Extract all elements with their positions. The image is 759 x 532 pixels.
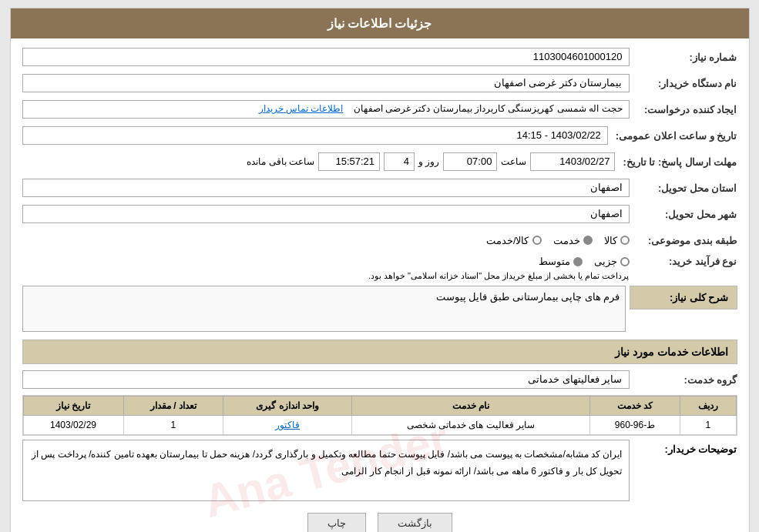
need-number-row: شماره نیاز: 1103004601000120 — [22, 46, 737, 68]
city-value: اصفهان — [22, 205, 630, 223]
table-header-row: ردیف کد خدمت نام خدمت واحد اندازه گیری ت… — [23, 396, 736, 416]
purchase-option-motavaset[interactable]: متوسط — [539, 256, 583, 267]
content-area: شماره نیاز: 1103004601000120 نام دستگاه … — [11, 38, 749, 532]
col-quantity: تعداد / مقدار — [123, 396, 223, 416]
category-row: طبقه بندی موضوعی: کالا خدمت کالا/خدمت — [22, 229, 737, 251]
buyer-name-label: نام دستگاه خریدار: — [630, 78, 737, 89]
category-kala-khedmat-label: کالا/خدمت — [486, 235, 529, 246]
cell-unit[interactable]: فاکتور — [223, 416, 351, 435]
response-remaining-label: ساعت باقی مانده — [247, 156, 314, 167]
category-khedmat-label: خدمت — [553, 235, 580, 246]
creator-text: حجت اله شمسی کهریزسنگی کاربرداز بیمارستا… — [354, 103, 623, 114]
description-content: فرم های چاپی بیمارستانی طبق فایل پیوست — [22, 286, 626, 332]
response-deadline-row: مهلت ارسال پاسخ: تا تاریخ: 1403/02/27 سا… — [22, 151, 737, 172]
radio-khedmat-icon — [583, 236, 593, 245]
description-row: شرح کلی نیاز: فرم های چاپی بیمارستانی طب… — [22, 286, 737, 332]
back-button[interactable]: بازگشت — [378, 513, 452, 532]
cell-name: سایر فعالیت های خدماتی شخصی — [351, 416, 589, 435]
buyer-notes-content: ایران کد مشابه/مشخصات به پیوست می باشد/ … — [22, 440, 630, 501]
group-label: گروه خدمت: — [630, 374, 737, 386]
province-row: استان محل تحویل: اصفهان — [22, 177, 737, 199]
purchase-option-line: جزیی متوسط — [22, 256, 630, 267]
buyer-name-row: نام دستگاه خریدار: بیمارستان دکتر غرضی ا… — [22, 72, 737, 94]
category-label: طبقه بندی موضوعی: — [630, 235, 737, 246]
description-wrapper: فرم های چاپی بیمارستانی طبق فایل پیوست — [22, 286, 626, 332]
cell-row: 1 — [680, 416, 736, 435]
radio-kala-khedmat-icon — [532, 236, 542, 245]
col-row: ردیف — [680, 396, 736, 416]
col-name: نام خدمت — [351, 396, 589, 416]
page-title: جزئیات اطلاعات نیاز — [11, 8, 749, 38]
announce-date-label: تاریخ و ساعت اعلان عمومی: — [608, 130, 737, 142]
radio-jozii-icon — [620, 257, 630, 266]
response-time-label: ساعت — [501, 156, 526, 167]
page-container: جزئیات اطلاعات نیاز شماره نیاز: 11030046… — [10, 8, 750, 532]
cell-quantity: 1 — [123, 416, 223, 435]
buyer-notes-row: توضیحات خریدار: ایران کد مشابه/مشخصات به… — [22, 440, 737, 501]
buyer-name-value: بیمارستان دکتر غرضی اصفهان — [22, 74, 630, 92]
col-unit: واحد اندازه گیری — [223, 396, 351, 416]
radio-motavaset-icon — [573, 257, 583, 266]
city-label: شهر محل تحویل: — [630, 209, 737, 220]
category-option-kala-khedmat[interactable]: کالا/خدمت — [486, 235, 542, 246]
table-header: ردیف کد خدمت نام خدمت واحد اندازه گیری ت… — [23, 396, 736, 416]
response-date: 1403/02/27 — [530, 152, 615, 171]
category-kala-label: کالا — [604, 235, 617, 246]
col-date: تاریخ نیاز — [23, 396, 123, 416]
creator-value: حجت اله شمسی کهریزسنگی کاربرداز بیمارستا… — [22, 100, 630, 119]
services-section-title: اطلاعات خدمات مورد نیاز — [22, 340, 737, 364]
cell-code: ط-96-960 — [589, 416, 680, 435]
response-remaining: 15:57:21 — [318, 152, 380, 171]
group-value: سایر فعالیتهای خدماتی — [22, 370, 630, 389]
group-row: گروه خدمت: سایر فعالیتهای خدماتی — [22, 369, 737, 390]
province-label: استان محل تحویل: — [630, 182, 737, 194]
response-time: 07:00 — [443, 152, 497, 171]
response-days: 4 — [384, 152, 415, 171]
purchase-option-jozii[interactable]: جزیی — [594, 256, 630, 267]
buyer-notes-label: توضیحات خریدار: — [630, 440, 737, 455]
purchase-note: پرداخت تمام یا بخشی از مبلغ خریداز محل "… — [22, 271, 630, 281]
province-value: اصفهان — [22, 179, 630, 197]
col-code: کد خدمت — [589, 396, 680, 416]
need-number-label: شماره نیاز: — [630, 52, 737, 63]
print-button[interactable]: چاپ — [307, 513, 366, 532]
notes-watermark-area: ایران کد مشابه/مشخصات به پیوست می باشد/ … — [22, 440, 630, 501]
description-section-title: شرح کلی نیاز: — [630, 286, 737, 309]
creator-label: ایجاد کننده درخواست: — [630, 104, 737, 115]
purchase-options: جزیی متوسط پرداخت تمام یا بخشی از مبلغ خ… — [22, 256, 630, 281]
city-row: شهر محل تحویل: اصفهان — [22, 203, 737, 225]
purchase-type-label: نوع فرآیند خرید: — [630, 256, 737, 267]
category-options: کالا خدمت کالا/خدمت — [22, 235, 630, 246]
services-table: ردیف کد خدمت نام خدمت واحد اندازه گیری ت… — [23, 396, 737, 435]
purchase-type-row: نوع فرآیند خرید: جزیی متوسط پرداخت تمام … — [22, 256, 737, 281]
need-number-value: 1103004601000120 — [22, 48, 630, 66]
category-option-khedmat[interactable]: خدمت — [553, 235, 593, 246]
response-deadline-fields: 1403/02/27 ساعت 07:00 روز و 4 15:57:21 س… — [22, 152, 616, 171]
contact-link[interactable]: اطلاعات تماس خریدار — [259, 103, 344, 114]
response-deadline-label: مهلت ارسال پاسخ: تا تاریخ: — [615, 156, 737, 168]
category-option-kala[interactable]: کالا — [604, 235, 630, 246]
announce-date-value: 1403/02/22 - 14:15 — [22, 126, 608, 145]
table-body: 1 ط-96-960 سایر فعالیت های خدماتی شخصی ف… — [23, 416, 736, 435]
services-table-container: ردیف کد خدمت نام خدمت واحد اندازه گیری ت… — [22, 395, 737, 436]
announce-date-row: تاریخ و ساعت اعلان عمومی: 1403/02/22 - 1… — [22, 125, 737, 146]
cell-date: 1403/02/29 — [23, 416, 123, 435]
response-days-label: روز و — [418, 156, 439, 167]
creator-row: ایجاد کننده درخواست: حجت اله شمسی کهریزس… — [22, 99, 737, 120]
buyer-notes-text: ایران کد مشابه/مشخصات به پیوست می باشد/ … — [32, 449, 622, 477]
radio-kala-icon — [620, 236, 630, 245]
button-row: بازگشت چاپ — [22, 513, 737, 532]
purchase-motavaset-label: متوسط — [539, 256, 570, 267]
purchase-jozii-label: جزیی — [594, 256, 617, 267]
table-row: 1 ط-96-960 سایر فعالیت های خدماتی شخصی ف… — [23, 416, 736, 435]
